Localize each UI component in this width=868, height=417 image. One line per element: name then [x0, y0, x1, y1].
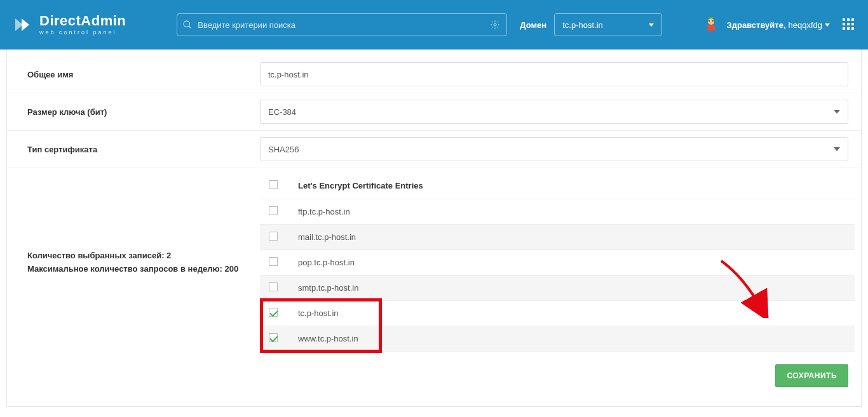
chevron-down-icon — [649, 23, 654, 27]
info-column: Количество выбранных записей: 2 Максимал… — [13, 173, 260, 352]
entry-name: mail.tc.p-host.in — [298, 224, 855, 249]
key-size-select[interactable]: EC-384 — [260, 100, 848, 124]
row-key-size: Размер ключа (бит) EC-384 — [7, 93, 861, 131]
table-row: www.tc.p-host.in — [260, 326, 855, 351]
entry-checkbox[interactable] — [269, 308, 278, 317]
selected-count: Количество выбранных записей: 2 — [27, 249, 260, 263]
entries-table: Let's Encrypt Certificate Entries ftp.tc… — [260, 173, 855, 352]
greeting-text: Здравствуйте, — [727, 20, 786, 30]
cert-type-value: SHA256 — [268, 145, 299, 154]
search-box[interactable] — [177, 13, 507, 36]
entry-name: www.tc.p-host.in — [298, 326, 855, 351]
domain-label: Домен — [520, 20, 546, 30]
cert-type-label: Тип сертификата — [13, 145, 260, 154]
svg-point-2 — [494, 23, 496, 26]
svg-point-6 — [712, 20, 714, 22]
table-row: pop.tc.p-host.in — [260, 249, 855, 275]
logo-title: DirectAdmin — [39, 14, 126, 28]
search-settings-button[interactable] — [489, 18, 501, 31]
entry-name: ftp.tc.p-host.in — [298, 199, 855, 224]
search-icon — [182, 20, 193, 30]
avatar — [703, 17, 719, 33]
table-row: mail.tc.p-host.in — [260, 224, 855, 249]
table-row: ftp.tc.p-host.in — [260, 199, 855, 224]
cert-type-select[interactable]: SHA256 — [260, 137, 848, 161]
logo-subtitle: web control panel — [39, 29, 126, 36]
svg-point-3 — [708, 18, 714, 25]
table-row: smtp.tc.p-host.in — [260, 275, 855, 300]
svg-point-5 — [709, 20, 710, 22]
gear-icon — [490, 20, 500, 30]
entry-name: tc.p-host.in — [298, 300, 855, 326]
chevron-down-icon — [834, 147, 840, 151]
key-size-value: EC-384 — [268, 107, 296, 117]
entry-checkbox[interactable] — [269, 206, 278, 215]
entry-checkbox[interactable] — [269, 232, 278, 241]
key-size-label: Размер ключа (бит) — [13, 107, 260, 117]
logo[interactable]: DirectAdmin web control panel — [13, 14, 126, 36]
entries-table-wrap: Let's Encrypt Certificate Entries ftp.tc… — [260, 173, 855, 352]
search-input[interactable] — [193, 20, 489, 30]
main-panel: Общее имя Размер ключа (бит) EC-384 Тип … — [6, 50, 862, 407]
common-name-label: Общее имя — [13, 70, 260, 79]
domain-select[interactable]: tc.p-host.in — [554, 13, 662, 36]
apps-menu-button[interactable] — [843, 18, 855, 31]
svg-point-0 — [184, 21, 189, 27]
entry-checkbox[interactable] — [269, 333, 278, 342]
save-button[interactable]: СОХРАНИТЬ — [775, 364, 848, 387]
row-cert-type: Тип сертификата SHA256 — [7, 131, 861, 168]
entry-checkbox[interactable] — [269, 282, 278, 291]
chevron-down-icon — [834, 110, 840, 114]
common-name-input[interactable] — [260, 62, 848, 86]
username: heqqxfdg — [789, 20, 823, 30]
entries-header: Let's Encrypt Certificate Entries — [298, 173, 855, 199]
entry-name: pop.tc.p-host.in — [298, 249, 855, 275]
app-header: DirectAdmin web control panel Домен tc.p… — [0, 0, 868, 50]
table-row: tc.p-host.in — [260, 300, 855, 326]
chevron-down-icon — [825, 23, 830, 27]
svg-rect-4 — [707, 25, 715, 31]
row-common-name: Общее имя — [7, 56, 861, 93]
logo-icon — [13, 15, 33, 35]
domain-selected-value: tc.p-host.in — [562, 20, 603, 30]
max-requests: Максимальное количество запросов в недел… — [27, 263, 260, 276]
select-all-checkbox[interactable] — [269, 180, 278, 189]
user-menu[interactable]: Здравствуйте, heqqxfdg — [727, 20, 830, 30]
svg-line-1 — [189, 26, 191, 28]
entry-checkbox[interactable] — [269, 257, 278, 266]
entry-name: smtp.tc.p-host.in — [298, 275, 855, 300]
